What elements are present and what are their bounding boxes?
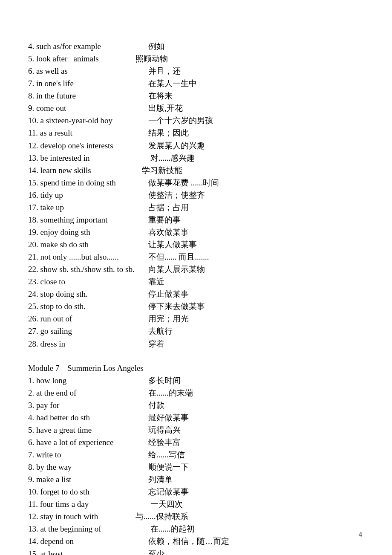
chinese-translation: 出版,开花	[148, 102, 364, 114]
vocab-row: 19. enjoy doing sth喜欢做某事	[28, 226, 364, 238]
section2-list: 1. how long多长时间2. at the end of在......的末…	[28, 374, 364, 555]
vocab-row: 23. close to靠近	[28, 275, 364, 288]
english-phrase: 21. not only ......but also......	[28, 251, 148, 263]
chinese-translation: 给......写信	[148, 448, 364, 461]
vocab-row: 10. a sixteen-year-old boy一个十六岁的男孩	[28, 114, 364, 127]
vocab-row: 16. tidy up使整洁；使整齐	[28, 189, 364, 201]
vocab-row: 15. spend time in doing sth做某事花费 ......时…	[28, 176, 364, 189]
chinese-translation: 一个十六岁的男孩	[148, 114, 364, 127]
chinese-translation: 学习新技能	[142, 164, 364, 176]
chinese-translation: 一天四次	[148, 498, 364, 510]
chinese-translation: 向某人展示某物	[148, 263, 364, 275]
chinese-translation: 在......的起初	[148, 523, 364, 535]
vocab-row: 17. take up占据；占用	[28, 201, 364, 214]
vocab-row: 7. in one's life在某人一生中	[28, 77, 364, 90]
vocab-row: 27. go sailing去航行	[28, 325, 364, 337]
vocab-row: 9. make a list列清单	[28, 473, 364, 486]
chinese-translation: 穿着	[148, 338, 364, 350]
chinese-translation: 在某人一生中	[148, 77, 364, 90]
english-phrase: 27. go sailing	[28, 325, 148, 337]
chinese-translation: 付款	[148, 399, 364, 411]
document-content: 4. such as/for example例如5. look after an…	[28, 40, 364, 555]
english-phrase: 7. in one's life	[28, 77, 148, 90]
vocab-row: 3. pay for付款	[28, 399, 364, 411]
english-phrase: 2. at the end of	[28, 387, 148, 399]
chinese-translation: 对......感兴趣	[148, 152, 364, 164]
english-phrase: 23. close to	[28, 275, 148, 288]
chinese-translation: 最好做某事	[148, 411, 364, 424]
vocab-row: 26. run out of用完；用光	[28, 312, 364, 325]
vocab-row: 21. not only ......but also......不但.....…	[28, 251, 364, 263]
vocab-row: 8. by the way顺便说一下	[28, 461, 364, 473]
vocab-row: 11. as a result结果；因此	[28, 127, 364, 139]
page-number: 4	[359, 530, 363, 539]
english-phrase: 12. develop one's interests	[28, 139, 148, 152]
chinese-translation: 在将来	[148, 90, 364, 102]
chinese-translation: 依赖，相信，随…而定	[148, 535, 364, 547]
english-phrase: 12. stay in touch with	[28, 510, 148, 523]
chinese-translation: 靠近	[148, 275, 364, 288]
module7-header: Module 7 Summerin Los Angeles	[28, 362, 364, 374]
english-phrase: 20. make sb do sth	[28, 238, 148, 251]
english-phrase: 4. had better do sth	[28, 411, 148, 424]
english-phrase: 10. a sixteen-year-old boy	[28, 114, 148, 127]
vocab-row: 9. come out出版,开花	[28, 102, 364, 114]
vocab-row: 2. at the end of在......的末端	[28, 387, 364, 399]
english-phrase: 11. as a result	[28, 127, 148, 139]
english-phrase: 17. take up	[28, 201, 148, 214]
english-phrase: 19. enjoy doing sth	[28, 226, 148, 238]
english-phrase: 10. forget to do sth	[28, 486, 148, 498]
vocab-row: 12. stay in touch with与......保持联系	[28, 510, 364, 523]
english-phrase: 11. four tims a day	[28, 498, 148, 510]
chinese-translation: 经验丰富	[148, 436, 364, 448]
vocab-row: 22. show sb. sth./show sth. to sb.向某人展示某…	[28, 263, 364, 275]
chinese-translation: 玩得高兴	[148, 424, 364, 436]
english-phrase: 1. how long	[28, 374, 148, 387]
english-phrase: 15. spend time in doing sth	[28, 176, 148, 189]
chinese-translation: 顺便说一下	[148, 461, 364, 473]
vocab-row: 20. make sb do sth让某人做某事	[28, 238, 364, 251]
vocab-row: 6. as well as并且，还	[28, 65, 364, 77]
vocab-row: 14. depend on依赖，相信，随…而定	[28, 535, 364, 547]
english-phrase: 14. depend on	[28, 535, 148, 547]
section1-list: 4. such as/for example例如5. look after an…	[28, 40, 364, 350]
english-phrase: 9. make a list	[28, 473, 148, 486]
vocab-row: 13. be interested in 对......感兴趣	[28, 152, 364, 164]
chinese-translation: 与......保持联系	[135, 510, 364, 523]
chinese-translation: 列清单	[148, 473, 364, 486]
chinese-translation: 重要的事	[148, 214, 364, 226]
chinese-translation: 照顾动物	[135, 52, 364, 65]
english-phrase: 28. dress in	[28, 338, 148, 350]
vocab-row: 15. at least至少	[28, 548, 364, 555]
vocab-row: 24. stop doing sth.停止做某事	[28, 288, 364, 300]
vocab-row: 18. something important重要的事	[28, 214, 364, 226]
vocab-row: 8. in the future在将来	[28, 90, 364, 102]
chinese-translation: 使整洁；使整齐	[148, 189, 364, 201]
english-phrase: 13. be interested in	[28, 152, 148, 164]
vocab-row: 4. had better do sth最好做某事	[28, 411, 364, 424]
chinese-translation: 例如	[148, 40, 364, 52]
chinese-translation: 并且，还	[148, 65, 364, 77]
english-phrase: 5. look after animals	[28, 52, 148, 65]
english-phrase: 9. come out	[28, 102, 148, 114]
chinese-translation: 去航行	[148, 325, 364, 337]
chinese-translation: 结果；因此	[148, 127, 364, 139]
vocab-row: 5. look after animals照顾动物	[28, 52, 364, 65]
vocab-row: 1. how long多长时间	[28, 374, 364, 387]
vocab-row: 25. stop to do sth.停下来去做某事	[28, 300, 364, 312]
english-phrase: 3. pay for	[28, 399, 148, 411]
english-phrase: 4. such as/for example	[28, 40, 148, 52]
english-phrase: 14. learn new skills	[28, 164, 148, 176]
vocab-row: 6. have a lot of experience经验丰富	[28, 436, 364, 448]
english-phrase: 6. as well as	[28, 65, 148, 77]
chinese-translation: 做某事花费 ......时间	[148, 176, 364, 189]
chinese-translation: 占据；占用	[148, 201, 364, 214]
chinese-translation: 停下来去做某事	[148, 300, 364, 312]
vocab-row: 10. forget to do sth忘记做某事	[28, 486, 364, 498]
english-phrase: 22. show sb. sth./show sth. to sb.	[28, 263, 148, 275]
chinese-translation: 多长时间	[148, 374, 364, 387]
english-phrase: 24. stop doing sth.	[28, 288, 148, 300]
vocab-row: 11. four tims a day 一天四次	[28, 498, 364, 510]
chinese-translation: 用完；用光	[148, 312, 364, 325]
english-phrase: 18. something important	[28, 214, 148, 226]
